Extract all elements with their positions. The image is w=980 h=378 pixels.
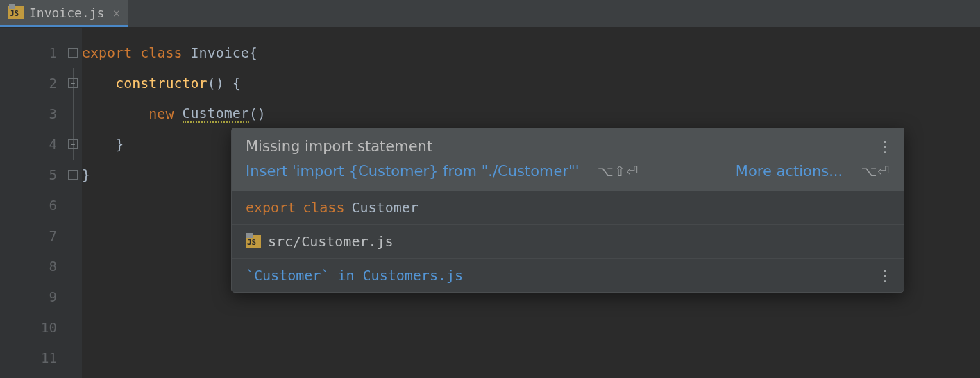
javascript-file-icon: JS — [246, 235, 261, 248]
gutter-line: 6 — [0, 190, 82, 221]
gutter-line: 4− — [0, 129, 82, 160]
insert-import-action[interactable]: Insert 'import {Customer} from "./Custom… — [246, 163, 580, 180]
tab-filename: Invoice.js — [29, 6, 104, 20]
gutter-line: 10 — [0, 312, 82, 343]
shortcut-hint: ⌥⏎ — [861, 163, 890, 180]
shortcut-hint: ⌥⇧⏎ — [598, 163, 639, 180]
intention-actions-popup: ⋮ Missing import statement Insert 'impor… — [231, 128, 904, 293]
gutter: 1− 2− 3 4− 5− 6 7 8 9 10 11 — [0, 28, 82, 378]
tab-bar: JS Invoice.js × — [0, 0, 980, 28]
fold-toggle-icon[interactable]: − — [68, 139, 78, 149]
editor-tab-active[interactable]: JS Invoice.js × — [0, 0, 128, 27]
popup-header: ⋮ Missing import statement Insert 'impor… — [232, 128, 904, 191]
unresolved-reference[interactable]: Customer — [183, 105, 249, 123]
fold-toggle-icon[interactable]: − — [68, 78, 78, 88]
gutter-line: 2− — [0, 68, 82, 98]
fold-toggle-icon[interactable]: − — [68, 48, 78, 58]
popup-title: Missing import statement — [246, 138, 890, 155]
javascript-file-icon: JS — [8, 6, 24, 19]
gutter-line: 3 — [0, 98, 82, 129]
more-options-icon[interactable]: ⋮ — [877, 267, 893, 284]
gutter-line: 7 — [0, 221, 82, 251]
gutter-line: 8 — [0, 251, 82, 282]
popup-actions-row: Insert 'import {Customer} from "./Custom… — [246, 163, 890, 180]
gutter-line: 11 — [0, 343, 82, 373]
close-tab-icon[interactable]: × — [112, 6, 120, 20]
popup-definition-preview: export class Customer — [232, 191, 904, 224]
popup-file-location[interactable]: JS src/Customer.js — [232, 224, 904, 258]
popup-body: export class Customer JS src/Customer.js… — [232, 191, 904, 292]
more-options-icon[interactable]: ⋮ — [877, 138, 893, 155]
code-line: export class Invoice{ — [82, 37, 980, 68]
code-line: new Customer() — [82, 98, 980, 129]
gutter-line: 9 — [0, 282, 82, 312]
gutter-line: 1− — [0, 37, 82, 68]
fold-toggle-icon[interactable]: − — [68, 170, 78, 180]
more-actions-link[interactable]: More actions... — [736, 163, 843, 180]
code-line: constructor() { — [82, 68, 980, 98]
gutter-line: 5− — [0, 160, 82, 190]
popup-alt-location[interactable]: `Customer` in Customers.js ⋮ — [232, 258, 904, 292]
